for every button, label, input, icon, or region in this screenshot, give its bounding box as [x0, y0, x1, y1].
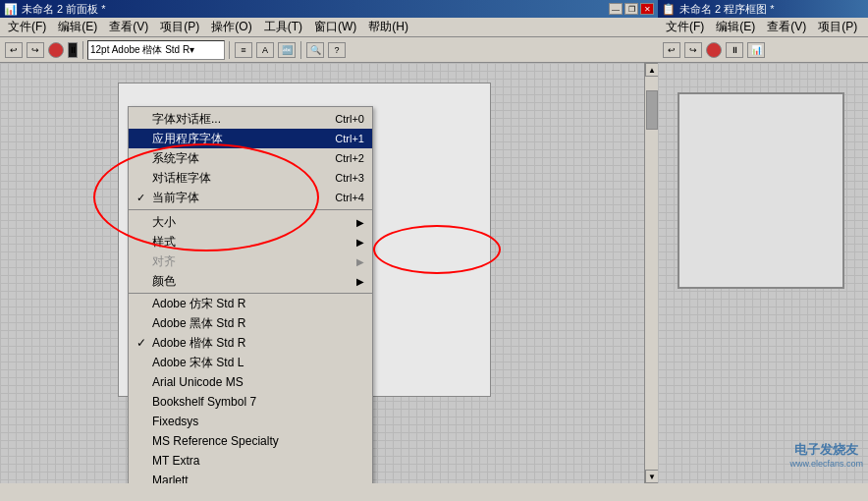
font-adobe-hei[interactable]: Adobe 黑体 Std R [129, 313, 372, 333]
menu-tools[interactable]: 工具(T) [258, 17, 308, 37]
font-select[interactable]: 12pt Adobe 楷体 Std R▾ [87, 40, 225, 60]
check-current-font: ✓ [136, 192, 152, 204]
minimize-button[interactable]: — [609, 3, 623, 15]
toolbar-btn-2[interactable]: ↪ [27, 42, 44, 58]
font-dropdown-menu[interactable]: 字体对话框... Ctrl+0 应用程序字体 Ctrl+1 系统字体 Ctrl+… [128, 106, 373, 483]
menu-edit[interactable]: 编辑(E) [52, 17, 103, 37]
right-pause-btn[interactable]: ⏸ [726, 42, 743, 58]
close-button[interactable]: ✕ [640, 3, 654, 15]
font-dialog-label: 字体对话框... [152, 111, 221, 128]
left-toolbar: ↩ ↪ ⏸ 12pt Adobe 楷体 Std R▾ ≡ A 🔤 🔍 ? [0, 37, 658, 63]
menu-window[interactable]: 窗口(W) [308, 17, 362, 37]
dropdown-section-fonts: 字体对话框... Ctrl+0 应用程序字体 Ctrl+1 系统字体 Ctrl+… [129, 107, 372, 210]
toolbar-zoom-btn[interactable]: 🔍 [306, 42, 324, 58]
right-record-btn[interactable] [706, 42, 722, 58]
right-toolbar: ↩ ↪ ⏸ 📊 [658, 37, 868, 63]
font-adobe-kai-label: Adobe 楷体 Std R [152, 335, 245, 352]
scroll-up-btn[interactable]: ▲ [645, 63, 658, 77]
right-toolbar-btn-2[interactable]: ↪ [684, 42, 702, 58]
right-toolbar-btn-1[interactable]: ↩ [663, 42, 680, 58]
font-adobe-kai[interactable]: Adobe 楷体 Std R [129, 333, 372, 353]
right-menu-project[interactable]: 项目(P) [812, 17, 863, 37]
menu-file[interactable]: 文件(F) [2, 17, 52, 37]
font-bookshelf-label: Bookshelf Symbol 7 [152, 395, 256, 409]
right-menu-file[interactable]: 文件(F) [660, 17, 710, 37]
size-label: 大小 [152, 214, 176, 231]
left-window-icon: 📊 [4, 3, 18, 15]
left-title-bar: 📊 未命名 2 前面板 * — ❐ ✕ [0, 0, 658, 18]
left-menu-bar: 文件(F) 编辑(E) 查看(V) 项目(P) 操作(O) 工具(T) 窗口(W… [0, 18, 658, 37]
dropdown-style[interactable]: 样式 ▶ [129, 232, 372, 251]
font-adobe-song-label: Adobe 宋体 Std L [152, 355, 244, 371]
font-marlett-label: Marlett [152, 473, 189, 483]
right-window: 📋 未命名 2 程序框图 * 文件(F) 编辑(E) 查看(V) 项目(P) ↩… [658, 0, 868, 483]
right-window-icon: 📋 [662, 3, 676, 15]
style-label: 样式 [152, 234, 176, 250]
style-arrow: ▶ [356, 237, 364, 248]
dropdown-current-font[interactable]: ✓ 当前字体 Ctrl+4 [129, 188, 372, 207]
toolbar-help-btn[interactable]: ? [328, 42, 346, 58]
font-adobe-fang[interactable]: Adobe 仿宋 Std R [129, 294, 372, 313]
vertical-scrollbar[interactable]: ▲ ▼ [644, 63, 658, 483]
restore-button[interactable]: ❐ [624, 3, 638, 15]
dropdown-dialog-font[interactable]: 对话框字体 Ctrl+3 [129, 168, 372, 188]
font-mt-extra-label: MT Extra [152, 454, 199, 468]
font-ms-reference[interactable]: MS Reference Specialty [129, 431, 372, 451]
right-design-panel [678, 92, 844, 289]
font-dialog-shortcut: Ctrl+0 [335, 113, 364, 125]
font-adobe-hei-label: Adobe 黑体 Std R [152, 315, 245, 332]
font-mt-extra[interactable]: MT Extra [129, 451, 372, 471]
dropdown-align[interactable]: 对齐 ▶ [129, 251, 372, 271]
right-window-title: 未命名 2 程序框图 * [679, 2, 864, 17]
dropdown-sys-font[interactable]: 系统字体 Ctrl+2 [129, 148, 372, 168]
current-font-label: 当前字体 [152, 190, 199, 206]
dialog-font-shortcut: Ctrl+3 [335, 172, 364, 184]
left-window-controls: — ❐ ✕ [609, 3, 654, 15]
dropdown-app-font[interactable]: 应用程序字体 Ctrl+1 [129, 129, 372, 148]
right-menu-edit[interactable]: 编辑(E) [710, 17, 761, 37]
scroll-down-btn[interactable]: ▼ [645, 470, 658, 483]
font-fixedsys[interactable]: Fixedsys [129, 412, 372, 431]
scroll-thumb[interactable] [646, 90, 658, 130]
toolbar-size-btn[interactable]: A [256, 42, 274, 58]
dropdown-font-dialog[interactable]: 字体对话框... Ctrl+0 [129, 109, 372, 129]
right-menu-view[interactable]: 查看(V) [761, 17, 812, 37]
toolbar-btn-1[interactable]: ↩ [5, 42, 23, 58]
menu-help[interactable]: 帮助(H) [362, 17, 414, 37]
dropdown-section-style: 大小 ▶ 样式 ▶ 对齐 ▶ 颜色 [129, 210, 372, 294]
font-select-value: 12pt Adobe 楷体 Std R▾ [90, 43, 194, 57]
dropdown-font-list: Adobe 仿宋 Std R Adobe 黑体 Std R Adobe 楷体 S… [129, 294, 372, 483]
font-arial-unicode[interactable]: Arial Unicode MS [129, 372, 372, 392]
record-btn[interactable] [48, 42, 64, 58]
font-adobe-fang-label: Adobe 仿宋 Std R [152, 296, 245, 312]
left-canvas: 下拉列表 ▲ ▼ 字体对话框... Ctrl+0 [0, 63, 658, 483]
toolbar-sep-1 [82, 41, 83, 59]
dialog-font-label: 对话框字体 [152, 170, 211, 187]
toolbar-style-btn[interactable]: 🔤 [278, 42, 296, 58]
font-ms-reference-label: MS Reference Specialty [152, 434, 279, 448]
right-toolbar-btn-5[interactable]: 📊 [747, 42, 765, 58]
menu-project[interactable]: 项目(P) [154, 17, 205, 37]
font-arial-unicode-label: Arial Unicode MS [152, 375, 244, 389]
font-marlett[interactable]: Marlett [129, 471, 372, 483]
sys-font-label: 系统字体 [152, 150, 199, 167]
font-adobe-song[interactable]: Adobe 宋体 Std L [129, 353, 372, 372]
right-canvas: 电子发烧友 www.elecfans.com [658, 63, 868, 483]
watermark-line1: 电子发烧友 [789, 441, 863, 459]
watermark-site: www.elecfans.com [789, 459, 863, 469]
current-font-shortcut: Ctrl+4 [335, 192, 364, 203]
toolbar-align-btn[interactable]: ≡ [235, 42, 252, 58]
menu-view[interactable]: 查看(V) [103, 17, 154, 37]
menu-operate[interactable]: 操作(O) [205, 17, 257, 37]
align-arrow: ▶ [356, 256, 364, 267]
right-menu-bar: 文件(F) 编辑(E) 查看(V) 项目(P) [658, 18, 868, 37]
sys-font-shortcut: Ctrl+2 [335, 152, 364, 164]
dropdown-size[interactable]: 大小 ▶ [129, 212, 372, 232]
align-label: 对齐 [152, 253, 176, 270]
app-font-shortcut: Ctrl+1 [335, 133, 364, 144]
toolbar-sep-2 [229, 41, 230, 59]
watermark: 电子发烧友 www.elecfans.com [789, 441, 863, 469]
pause-btn[interactable]: ⏸ [68, 42, 78, 58]
font-bookshelf[interactable]: Bookshelf Symbol 7 [129, 392, 372, 412]
dropdown-color[interactable]: 颜色 ▶ [129, 271, 372, 291]
